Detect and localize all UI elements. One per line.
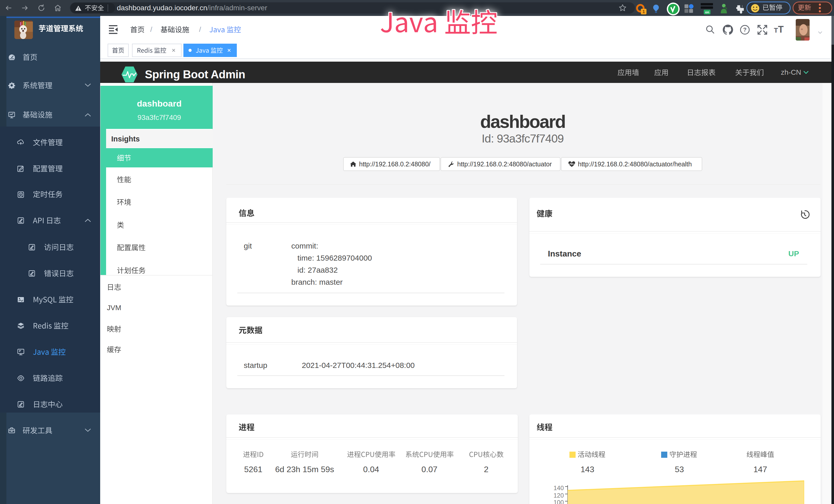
svg-text:on: on <box>705 10 709 14</box>
svg-text:1: 1 <box>642 9 645 14</box>
svg-text:?: ? <box>743 26 746 33</box>
